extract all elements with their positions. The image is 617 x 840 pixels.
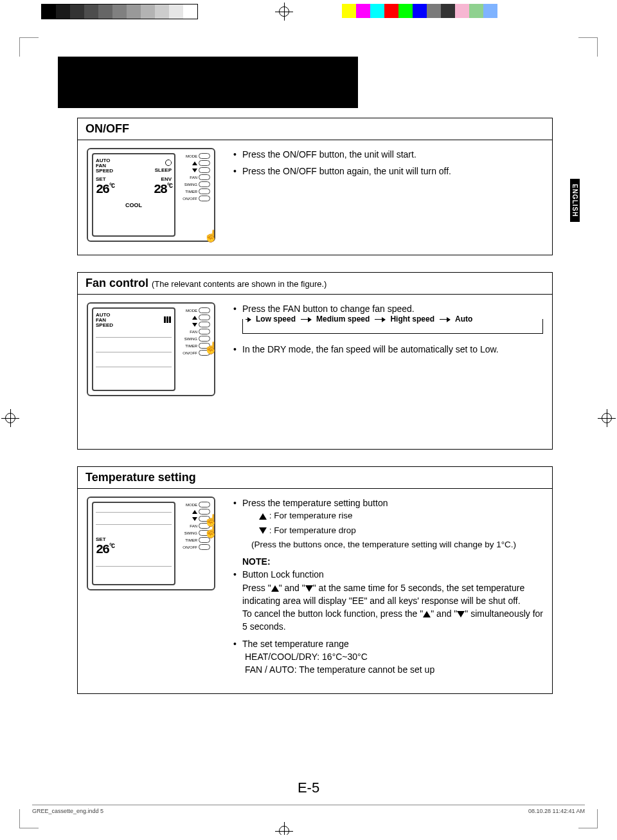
instruction-text: In the DRY mode, the fan speed will be a… <box>233 343 543 356</box>
down-triangle-icon <box>305 585 313 592</box>
instruction-text: Press the ON/OFF button, the unit will s… <box>233 148 543 161</box>
sleep-icon <box>165 160 172 166</box>
swatch <box>127 5 141 19</box>
section-title: Fan control (The relevant contents are s… <box>78 273 552 295</box>
swatch <box>84 5 98 19</box>
pointing-hand-icon: ☝ <box>204 341 218 400</box>
pointing-hand-icon: ☝ <box>204 525 218 594</box>
black-header-bar <box>58 57 358 108</box>
swatch <box>455 4 469 18</box>
pointing-hand-icon: ☝ <box>204 229 218 243</box>
remote-button-▲ <box>192 315 210 320</box>
swatch <box>483 4 497 18</box>
swatch <box>98 5 112 19</box>
crop-mark <box>578 37 598 57</box>
swatch <box>183 5 197 19</box>
swatch <box>342 4 356 18</box>
remote-button-mode: MODE <box>186 502 210 507</box>
up-triangle-icon <box>259 513 267 520</box>
remote-illustration-temp: SET 26°C MODEFANSWINGTIMERON/OFF ☝ ☝ <box>87 497 215 590</box>
note-item: The set temperature range HEAT/COOL/DRY:… <box>233 637 543 677</box>
arrow-right-icon <box>301 319 311 320</box>
swatch <box>141 5 155 19</box>
remote-button-on/off: ON/OFF <box>183 196 210 201</box>
cycle-step: Low speed <box>255 314 297 325</box>
down-triangle-icon <box>259 527 267 534</box>
remote-button-mode: MODE <box>186 153 210 159</box>
registration-mark-left <box>3 410 18 426</box>
indesign-footer: GREE_cassette_eng.indd 5 08.10.28 11:42:… <box>32 805 585 814</box>
remote-button-▼ <box>192 167 210 173</box>
swatch <box>328 4 342 18</box>
note-label: NOTE: <box>233 555 543 568</box>
section-onoff: ON/OFF AUTO FAN SPEED SLEEP <box>77 118 553 255</box>
swatch <box>398 4 413 18</box>
printer-calibration-bar <box>0 0 617 24</box>
registration-mark-top <box>276 4 292 19</box>
cycle-step: Medium speed <box>315 314 371 325</box>
swatch <box>441 4 455 18</box>
remote-button-swing: SWING <box>184 181 210 187</box>
remote-illustration-fan: AUTO FAN SPEED MODEFANSWINGTIMERON/OFF ☝ <box>87 302 215 396</box>
page-number: E-5 <box>0 780 617 796</box>
remote-button-mode: MODE <box>186 307 210 313</box>
arrow-right-icon <box>375 319 385 320</box>
footer-timestamp: 08.10.28 11:42:41 AM <box>528 808 585 814</box>
section-title: Temperature setting <box>78 467 552 489</box>
instruction-text: Press the temperature setting button : F… <box>233 497 543 551</box>
language-tab: ENGLISH <box>570 179 580 222</box>
swatch <box>370 4 384 18</box>
swatch <box>56 5 70 19</box>
swatch <box>427 4 441 18</box>
swatch <box>469 4 483 18</box>
swatch <box>413 4 427 18</box>
up-triangle-icon <box>271 585 279 592</box>
fan-speed-cycle-diagram: Low speedMedium speedHight speedAuto <box>242 319 543 333</box>
swatch <box>169 5 183 19</box>
instruction-text: Press the ON/OFF button again, the unit … <box>233 165 543 178</box>
swatch <box>155 5 169 19</box>
swatch <box>356 4 370 18</box>
swatch <box>384 4 398 18</box>
remote-button-▼ <box>192 322 210 327</box>
registration-mark-right <box>599 410 614 426</box>
swatch <box>70 5 84 19</box>
footer-filename: GREE_cassette_eng.indd 5 <box>32 808 103 814</box>
remote-button-fan: FAN <box>190 329 210 334</box>
remote-button-▲ <box>192 160 210 166</box>
swatch <box>42 5 56 19</box>
down-triangle-icon <box>457 611 465 617</box>
registration-mark-bottom <box>276 823 292 835</box>
arrow-right-icon <box>440 319 450 320</box>
swatch <box>112 5 127 19</box>
instruction-text: Press the FAN button to change fan speed… <box>233 302 543 315</box>
section-title: ON/OFF <box>78 118 552 140</box>
remote-button-fan: FAN <box>190 174 210 180</box>
note-item: Button Lock function Press "" and "" at … <box>233 568 543 633</box>
section-fan-control: Fan control (The relevant contents are s… <box>77 272 553 450</box>
cycle-step: Hight speed <box>389 314 436 325</box>
section-temperature: Temperature setting SET 26°C <box>77 466 553 694</box>
remote-illustration-onoff: AUTO FAN SPEED SLEEP SET 26°C <box>87 148 215 242</box>
cycle-step: Auto <box>454 314 474 325</box>
crop-mark <box>19 37 39 57</box>
arrow-right-icon <box>246 319 251 320</box>
up-triangle-icon <box>423 611 431 617</box>
remote-button-timer: TIMER <box>185 188 210 194</box>
